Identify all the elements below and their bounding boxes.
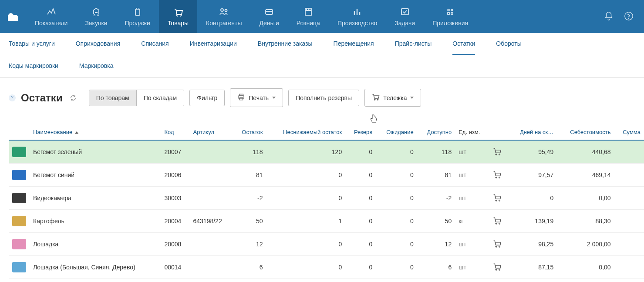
svg-point-0 — [94, 15, 95, 16]
col-0[interactable]: Наименование — [30, 124, 161, 140]
nav-Продажи[interactable]: Продажи — [116, 0, 158, 33]
nav-Деньги[interactable]: Деньги — [251, 0, 288, 33]
svg-rect-7 — [266, 10, 273, 14]
row-cart-icon[interactable] — [489, 210, 508, 233]
svg-point-11 — [451, 9, 453, 11]
col-3[interactable]: Остаток — [233, 124, 266, 140]
subnav-Коды маркировки[interactable]: Коды маркировки — [9, 55, 58, 77]
nav-Производство[interactable]: Производство — [329, 0, 386, 33]
svg-point-21 — [496, 154, 497, 155]
svg-point-1 — [97, 15, 98, 16]
print-button[interactable]: Печать — [230, 88, 283, 107]
table-row[interactable]: Лошадка200081200012шт98,252 000,00 — [9, 233, 644, 256]
subnav-Остатки[interactable]: Остатки — [452, 33, 475, 55]
chevron-down-icon — [410, 97, 414, 99]
col-10[interactable]: Дней на ск… — [508, 124, 557, 140]
nav-Контрагенты[interactable]: Контрагенты — [197, 0, 250, 33]
col-7[interactable]: Доступно — [417, 124, 455, 140]
svg-point-19 — [374, 99, 375, 100]
col-6[interactable]: Ожидание — [376, 124, 417, 140]
svg-point-15 — [629, 18, 629, 19]
svg-point-20 — [377, 99, 378, 100]
svg-rect-12 — [448, 13, 449, 14]
svg-rect-9 — [401, 9, 408, 15]
svg-point-31 — [496, 269, 497, 270]
logo[interactable] — [0, 0, 26, 33]
svg-point-27 — [496, 223, 497, 224]
bell-icon[interactable] — [604, 11, 614, 22]
nav-Показатели[interactable]: Показатели — [26, 0, 76, 33]
product-thumb — [12, 239, 26, 249]
cart-button[interactable]: Тележка — [364, 89, 421, 107]
product-thumb — [12, 262, 26, 272]
row-cart-icon[interactable] — [489, 187, 508, 210]
subnav-Прайс-листы[interactable]: Прайс-листы — [395, 33, 432, 55]
product-thumb — [12, 216, 26, 226]
product-thumb — [12, 170, 26, 180]
nav-Товары[interactable]: Товары — [159, 0, 197, 33]
refresh-icon[interactable] — [70, 94, 77, 101]
col-12[interactable]: Сумма — [614, 124, 644, 140]
subnav-Перемещения[interactable]: Перемещения — [334, 33, 374, 55]
subnav-Обороты[interactable]: Обороты — [496, 33, 521, 55]
help-icon[interactable] — [624, 11, 634, 22]
col-11[interactable]: Себестоимость — [557, 124, 614, 140]
table-row[interactable]: Бегемот синий200068100081шт97,57469,14 — [9, 164, 644, 187]
printer-icon — [237, 93, 245, 102]
subnav-Маркировка[interactable]: Маркировка — [79, 55, 114, 77]
svg-point-24 — [499, 177, 500, 178]
svg-rect-13 — [451, 13, 453, 14]
filter-button[interactable]: Фильтр — [189, 90, 225, 106]
table-row[interactable]: Картофель20004643198/225010050кг139,1988… — [9, 210, 644, 233]
svg-point-10 — [448, 9, 449, 11]
replenish-button[interactable]: Пополнить резервы — [288, 90, 359, 106]
subnav-Внутренние заказы[interactable]: Внутренние заказы — [258, 33, 313, 55]
nav-Задачи[interactable]: Задачи — [386, 0, 424, 33]
svg-rect-18 — [240, 98, 243, 100]
nav-Приложения[interactable]: Приложения — [424, 0, 477, 33]
table-row[interactable]: Бегемот зеленый2000711812000118шт95,4944… — [9, 140, 644, 164]
col-4[interactable]: Неснижаемый остаток — [266, 124, 345, 140]
svg-point-3 — [176, 15, 178, 17]
svg-point-28 — [499, 223, 500, 224]
col-8[interactable]: Ед. изм. — [455, 124, 489, 140]
svg-point-22 — [499, 154, 500, 155]
view-segment: По товарам По складам — [89, 90, 185, 106]
svg-point-25 — [496, 200, 497, 201]
svg-point-6 — [225, 10, 227, 12]
cart-icon — [372, 94, 380, 102]
svg-point-4 — [180, 15, 181, 17]
row-cart-icon[interactable] — [489, 256, 508, 279]
svg-point-29 — [496, 246, 497, 247]
subnav-Оприходования[interactable]: Оприходования — [76, 33, 121, 55]
svg-rect-2 — [135, 9, 140, 15]
seg-by-goods[interactable]: По товарам — [89, 90, 136, 106]
seg-by-stores[interactable]: По складам — [136, 90, 184, 106]
table-row[interactable]: Лошадка (Большая, Синяя, Дерево)00014600… — [9, 256, 644, 279]
nav-Розница[interactable]: Розница — [288, 0, 329, 33]
col-1[interactable]: Код — [161, 124, 189, 140]
page-help-icon[interactable]: ? — [9, 94, 16, 101]
subnav-Инвентаризации[interactable]: Инвентаризации — [190, 33, 237, 55]
stock-table: НаименованиеКодАртикулОстатокНеснижаемый… — [9, 124, 644, 279]
product-thumb — [12, 193, 26, 203]
chevron-down-icon — [272, 97, 276, 99]
svg-point-30 — [499, 246, 500, 247]
nav-Закупки[interactable]: Закупки — [76, 0, 116, 33]
svg-point-26 — [499, 200, 500, 201]
row-cart-icon[interactable] — [489, 164, 508, 187]
row-cart-icon[interactable] — [489, 233, 508, 256]
page-title: Остатки — [21, 92, 63, 104]
col-9[interactable] — [489, 124, 508, 140]
svg-point-23 — [496, 177, 497, 178]
col-5[interactable]: Резерв — [345, 124, 376, 140]
row-cart-icon[interactable] — [489, 140, 508, 164]
svg-point-5 — [221, 9, 223, 11]
cursor-icon — [369, 114, 378, 126]
product-thumb — [12, 147, 26, 157]
subnav-Товары и услуги[interactable]: Товары и услуги — [9, 33, 55, 55]
col-2[interactable]: Артикул — [190, 124, 233, 140]
table-row[interactable]: Видеокамера30003-2000-2шт00,00 — [9, 187, 644, 210]
svg-point-32 — [499, 269, 500, 270]
subnav-Списания[interactable]: Списания — [141, 33, 169, 55]
